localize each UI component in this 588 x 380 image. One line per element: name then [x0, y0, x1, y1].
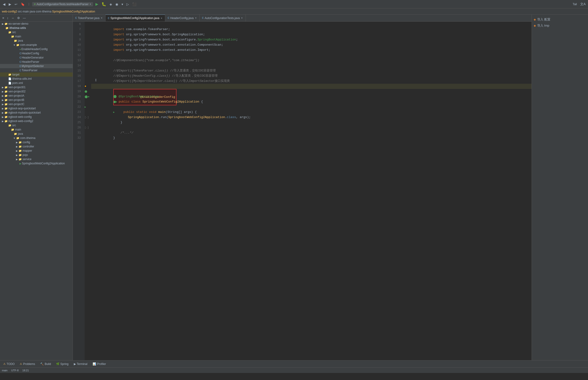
tab-token-parser[interactable]: C TokenParser.java ×: [73, 15, 106, 21]
tab-close-token[interactable]: ×: [100, 17, 103, 19]
breadcrumb-class[interactable]: SpringbootWebConfig2Application: [52, 10, 95, 13]
sidebar-expand-btn[interactable]: ↔: [10, 16, 15, 20]
gutter-22[interactable]: ▶: [85, 104, 89, 110]
sidebar-item-target[interactable]: 📁 target: [0, 73, 73, 77]
sidebar-item-iml[interactable]: 📄 itheima-utils.iml: [0, 77, 73, 81]
tab-autoconfig-tests[interactable]: C AutoConfigurationTests.java ×: [199, 15, 246, 21]
sidebar-item-main[interactable]: 📁 main: [0, 34, 73, 38]
breadcrumb-java[interactable]: java: [30, 10, 35, 13]
undo-button[interactable]: ↩: [14, 2, 18, 7]
sidebar-item-my-import-selector[interactable]: C MyImportSelector: [0, 64, 73, 68]
tab-icon: C: [108, 17, 109, 19]
bottom-tab-build[interactable]: 🔨 Build: [38, 361, 53, 367]
sidebar-label: pojo: [23, 153, 28, 157]
tab-header-config[interactable]: C HeaderConfig.java ×: [165, 15, 199, 21]
tab-close-autoconfig[interactable]: ×: [241, 17, 243, 19]
coverage-button[interactable]: ◈: [108, 2, 113, 7]
bottom-tab-terminal[interactable]: ▶ Terminal: [71, 361, 90, 367]
sidebar-item-config-folder[interactable]: ▶ 📁 config: [0, 140, 73, 144]
sidebar-item-web-config[interactable]: ▶ 📁 ngboot-web-config: [0, 115, 73, 119]
right-panel-item-2[interactable]: ◆ 导入 Imp: [534, 22, 586, 29]
bookmark-button[interactable]: 🔖: [20, 2, 26, 7]
sidebar-item-service-folder[interactable]: ▶ 📁 service: [0, 157, 73, 161]
bottom-tab-todo[interactable]: ⚠ TODO: [1, 361, 17, 367]
breadcrumb-main[interactable]: main: [23, 10, 29, 13]
breadcrumb-com[interactable]: com: [36, 10, 41, 13]
forward-button[interactable]: ▶: [8, 2, 12, 7]
gutter-20[interactable]: ⬤ ▶: [85, 94, 89, 99]
sidebar-item-pojo-folder[interactable]: ▶ 📁 pojo: [0, 153, 73, 157]
profile-button[interactable]: ◉: [114, 2, 119, 7]
sidebar-item-mybatis-quickstart[interactable]: ▶ 📁 ngboot-mybatis-quickstart: [0, 111, 73, 115]
sidebar-header: ≡ ↕ ↔ ⚙ —: [0, 15, 73, 22]
sidebar-item-web-config2[interactable]: ▶ 📁 ngboot-web-config2: [0, 119, 73, 123]
sidebar-settings-btn[interactable]: ⚙: [16, 16, 21, 20]
sidebar-item-ven-projectB[interactable]: ▶ 📁 ven-projectB: [0, 98, 73, 102]
gutter-debug-20[interactable]: ▶: [88, 95, 89, 98]
more-run-button[interactable]: ▾: [121, 2, 124, 7]
tab-icon: C: [202, 17, 204, 19]
sidebar-item-enable-header-config[interactable]: ● EnableHeaderConfig: [0, 47, 73, 51]
editor-area[interactable]: 6 7 8 9 10 11 12 13 14 15 16 17 18 19 20…: [73, 22, 532, 360]
arrow-right-icon: ▶: [2, 86, 4, 89]
right-panel-item-1[interactable]: ◆ 导入 配置: [534, 17, 586, 22]
run-config[interactable]: ⚙ AutoConfigurationTests.testHeaderParse…: [32, 2, 93, 6]
sidebar-item-java2[interactable]: 📁 java: [0, 132, 73, 136]
line-num-21: 21: [73, 99, 83, 104]
sidebar-menu-btn[interactable]: ≡: [1, 16, 5, 20]
keyword: void: [149, 110, 158, 114]
code-text: (String[] args) {: [165, 110, 197, 114]
sidebar-item-itheima-utils[interactable]: 📁 itheima-utils: [0, 26, 73, 30]
sidebar: ≡ ↕ ↔ ⚙ — ▶ 📁 eo-server-demo 📁 itheima-u…: [0, 15, 73, 360]
run-button[interactable]: ▶: [94, 1, 99, 7]
gutter-26[interactable]: [-]: [85, 125, 89, 130]
sidebar-sort-btn[interactable]: ↕: [6, 16, 10, 20]
sidebar-item-com-itheima[interactable]: ▼ 📁 com.itheima: [0, 136, 73, 140]
sidebar-item-token-parser[interactable]: C TokenParser: [0, 68, 73, 73]
bottom-tab-problems[interactable]: ⚠ Problems: [18, 361, 37, 367]
sidebar-item-pom[interactable]: 📄 pom.xml: [0, 81, 73, 85]
sidebar-item-ven-projectC[interactable]: ▶ 📁 ven-projectC: [0, 102, 73, 106]
sidebar-item-main2[interactable]: 📁 main: [0, 128, 73, 132]
sidebar-item-springboot-app[interactable]: ▶ SpringbootWebConfig2Application: [0, 161, 73, 166]
gutter-fold-24[interactable]: [-]: [85, 116, 89, 119]
breadcrumb-root[interactable]: web-config2: [2, 10, 17, 13]
sidebar-item-header-parser[interactable]: C HeaderParser: [0, 60, 73, 64]
sidebar-item-com-example[interactable]: ▼ 📁 com.example: [0, 43, 73, 47]
sidebar-item-aop-quickstart[interactable]: ▶ 📁 ngboot-aop-quickstart: [0, 106, 73, 111]
sidebar-label: ngboot-web-config: [8, 115, 32, 118]
sidebar-item-header-generator[interactable]: C HeaderGenerator: [0, 56, 73, 60]
sidebar-item-ven-projectA[interactable]: ▶ 📁 ven-projectA: [0, 94, 73, 98]
tab-close-header[interactable]: ×: [195, 17, 197, 19]
tail-button[interactable]: Tail: [571, 2, 578, 6]
arrow-right-icon: ▶: [2, 90, 4, 93]
sidebar-collapse-btn[interactable]: —: [22, 16, 27, 20]
debug-button[interactable]: 🐛: [101, 1, 107, 7]
tab-close-springboot[interactable]: ×: [160, 17, 163, 19]
sidebar-item-header-config[interactable]: C HeaderConfig: [0, 51, 73, 56]
tab-springboot-app[interactable]: C SpringbootWebConfig2Application.java ×: [106, 15, 165, 21]
sidebar-item-ven-project01[interactable]: ▶ 📁 ven-project01: [0, 85, 73, 89]
sidebar-item-ven-project02[interactable]: ▶ 📁 ven-project02: [0, 89, 73, 94]
breadcrumb-src[interactable]: src: [18, 10, 22, 13]
sidebar-item-src2[interactable]: 📁 src: [0, 123, 73, 128]
sidebar-item-src[interactable]: 📁 src: [0, 30, 73, 34]
bottom-tab-profiler[interactable]: 📊 Profiler: [90, 361, 108, 367]
gutter-run-22[interactable]: ▶: [85, 106, 86, 108]
sidebar-item-controller-folder[interactable]: ▶ 📁 controller: [0, 144, 73, 149]
sidebar-label: ngboot-aop-quickstart: [8, 107, 36, 110]
sidebar-item-java[interactable]: 📁 java: [0, 38, 73, 43]
translate-button[interactable]: 文A: [580, 2, 586, 7]
run-config-dropdown[interactable]: ▾: [89, 2, 91, 6]
sidebar-item-mapper-folder[interactable]: ▶ 📁 mapper: [0, 149, 73, 153]
bottom-tab-spring[interactable]: 🌿 Spring: [54, 361, 71, 367]
stop-button[interactable]: ⬛: [131, 2, 137, 7]
breadcrumb-itheima[interactable]: itheima: [42, 10, 51, 13]
code-editor[interactable]: import com.example.TokenParser; import o…: [89, 22, 532, 360]
gutter-24[interactable]: [-]: [85, 115, 89, 120]
back-button[interactable]: ◀: [2, 2, 6, 7]
sidebar-item-eo-server-demo[interactable]: ▶ 📁 eo-server-demo: [0, 22, 73, 26]
gutter-run-20[interactable]: ⬤: [85, 95, 88, 98]
step-button[interactable]: ▷: [125, 2, 130, 7]
gutter-fold-26[interactable]: [-]: [85, 127, 89, 129]
